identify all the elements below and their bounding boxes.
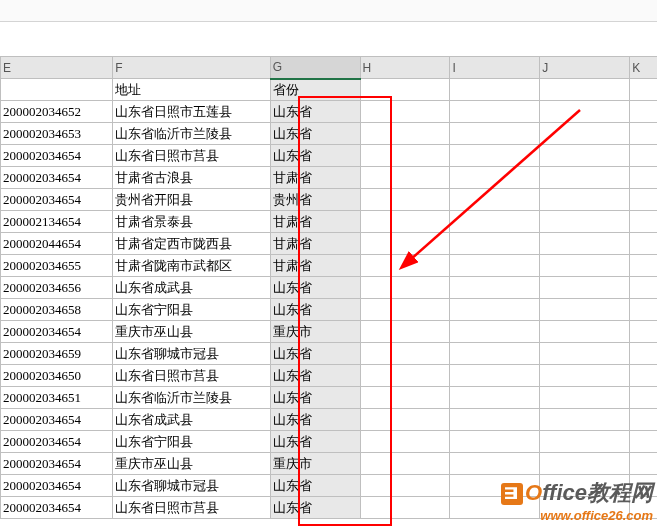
cell-I[interactable] xyxy=(450,387,540,409)
cell-E[interactable]: 200002134654 xyxy=(1,211,113,233)
table-row[interactable]: 200002034654山东省日照市莒县山东省 xyxy=(1,145,658,167)
cell-H[interactable] xyxy=(360,343,450,365)
cell-G[interactable]: 甘肃省 xyxy=(270,167,360,189)
cell-E[interactable]: 200002034654 xyxy=(1,145,113,167)
cell-E[interactable]: 200002034654 xyxy=(1,167,113,189)
cell-F[interactable]: 甘肃省定西市陇西县 xyxy=(113,233,270,255)
column-header-I[interactable]: I xyxy=(450,57,540,79)
column-header-E[interactable]: E xyxy=(1,57,113,79)
cell-F[interactable]: 山东省聊城市冠县 xyxy=(113,343,270,365)
cell-J[interactable] xyxy=(540,321,630,343)
cell-K[interactable] xyxy=(630,189,657,211)
cell-I[interactable] xyxy=(450,101,540,123)
cell-J[interactable] xyxy=(540,343,630,365)
cell-F[interactable]: 山东省临沂市兰陵县 xyxy=(113,123,270,145)
cell-I[interactable] xyxy=(450,277,540,299)
cell-G[interactable]: 山东省 xyxy=(270,409,360,431)
cell-J[interactable] xyxy=(540,299,630,321)
cell-J[interactable] xyxy=(540,409,630,431)
cell-I[interactable] xyxy=(450,123,540,145)
cell-J[interactable] xyxy=(540,145,630,167)
cell-K[interactable] xyxy=(630,453,657,475)
cell-G[interactable]: 山东省 xyxy=(270,365,360,387)
table-row[interactable]: 200002034654山东省宁阳县山东省 xyxy=(1,431,658,453)
cell-J[interactable] xyxy=(540,255,630,277)
table-row[interactable]: 200002034654甘肃省古浪县甘肃省 xyxy=(1,167,658,189)
cell-I[interactable] xyxy=(450,79,540,101)
cell-F[interactable]: 地址 xyxy=(113,79,270,101)
cell-J[interactable] xyxy=(540,167,630,189)
cell-I[interactable] xyxy=(450,189,540,211)
column-header-G[interactable]: G xyxy=(270,57,360,79)
column-header-H[interactable]: H xyxy=(360,57,450,79)
cell-J[interactable] xyxy=(540,277,630,299)
table-row[interactable]: 200002034651山东省临沂市兰陵县山东省 xyxy=(1,387,658,409)
cell-E[interactable]: 200002034652 xyxy=(1,101,113,123)
table-row[interactable]: 200002034654重庆市巫山县重庆市 xyxy=(1,453,658,475)
cell-E[interactable]: 200002034658 xyxy=(1,299,113,321)
cell-F[interactable]: 甘肃省古浪县 xyxy=(113,167,270,189)
cell-J[interactable] xyxy=(540,211,630,233)
cell-J[interactable] xyxy=(540,123,630,145)
cell-F[interactable]: 甘肃省景泰县 xyxy=(113,211,270,233)
cell-G[interactable]: 重庆市 xyxy=(270,321,360,343)
cell-E[interactable]: 200002034655 xyxy=(1,255,113,277)
cell-F[interactable]: 山东省临沂市兰陵县 xyxy=(113,387,270,409)
cell-G[interactable]: 山东省 xyxy=(270,101,360,123)
header-label-row[interactable]: 地址省份 xyxy=(1,79,658,101)
cell-G[interactable]: 甘肃省 xyxy=(270,211,360,233)
cell-G[interactable]: 山东省 xyxy=(270,145,360,167)
table-row[interactable]: 200002034652山东省日照市五莲县山东省 xyxy=(1,101,658,123)
cell-E[interactable]: 200002034654 xyxy=(1,453,113,475)
cell-E[interactable]: 200002034659 xyxy=(1,343,113,365)
cell-G[interactable]: 山东省 xyxy=(270,277,360,299)
cell-I[interactable] xyxy=(450,343,540,365)
cell-G[interactable]: 省份 xyxy=(270,79,360,101)
table-row[interactable]: 200002034659山东省聊城市冠县山东省 xyxy=(1,343,658,365)
table-row[interactable]: 200002034654山东省成武县山东省 xyxy=(1,409,658,431)
cell-G[interactable]: 贵州省 xyxy=(270,189,360,211)
table-row[interactable]: 200002034650山东省日照市莒县山东省 xyxy=(1,365,658,387)
cell-F[interactable]: 山东省成武县 xyxy=(113,277,270,299)
table-row[interactable]: 200002034658山东省宁阳县山东省 xyxy=(1,299,658,321)
cell-E[interactable]: 200002034654 xyxy=(1,431,113,453)
cell-H[interactable] xyxy=(360,453,450,475)
cell-E[interactable]: 200002034654 xyxy=(1,409,113,431)
cell-G[interactable]: 甘肃省 xyxy=(270,233,360,255)
cell-F[interactable]: 山东省日照市莒县 xyxy=(113,145,270,167)
cell-K[interactable] xyxy=(630,145,657,167)
table-row[interactable]: 200002044654甘肃省定西市陇西县甘肃省 xyxy=(1,233,658,255)
cell-F[interactable]: 重庆市巫山县 xyxy=(113,321,270,343)
cell-G[interactable]: 山东省 xyxy=(270,431,360,453)
cell-H[interactable] xyxy=(360,277,450,299)
table-row[interactable]: 200002034654重庆市巫山县重庆市 xyxy=(1,321,658,343)
cell-H[interactable] xyxy=(360,145,450,167)
cell-H[interactable] xyxy=(360,387,450,409)
cell-K[interactable] xyxy=(630,255,657,277)
cell-K[interactable] xyxy=(630,431,657,453)
cell-F[interactable]: 山东省日照市莒县 xyxy=(113,365,270,387)
spreadsheet-grid[interactable]: EFGHIJK 地址省份200002034652山东省日照市五莲县山东省2000… xyxy=(0,56,657,519)
cell-K[interactable] xyxy=(630,365,657,387)
cell-I[interactable] xyxy=(450,145,540,167)
cell-G[interactable]: 重庆市 xyxy=(270,453,360,475)
cell-K[interactable] xyxy=(630,321,657,343)
cell-I[interactable] xyxy=(450,299,540,321)
cell-H[interactable] xyxy=(360,409,450,431)
cell-E[interactable] xyxy=(1,79,113,101)
cell-I[interactable] xyxy=(450,211,540,233)
cell-F[interactable]: 山东省宁阳县 xyxy=(113,299,270,321)
cell-K[interactable] xyxy=(630,211,657,233)
cell-F[interactable]: 山东省聊城市冠县 xyxy=(113,475,270,497)
cell-K[interactable] xyxy=(630,277,657,299)
cell-H[interactable] xyxy=(360,79,450,101)
cell-I[interactable] xyxy=(450,409,540,431)
cell-H[interactable] xyxy=(360,233,450,255)
cell-G[interactable]: 山东省 xyxy=(270,299,360,321)
cell-J[interactable] xyxy=(540,79,630,101)
cell-K[interactable] xyxy=(630,167,657,189)
cell-H[interactable] xyxy=(360,365,450,387)
cell-K[interactable] xyxy=(630,299,657,321)
cell-H[interactable] xyxy=(360,211,450,233)
formula-bar[interactable] xyxy=(0,0,657,22)
